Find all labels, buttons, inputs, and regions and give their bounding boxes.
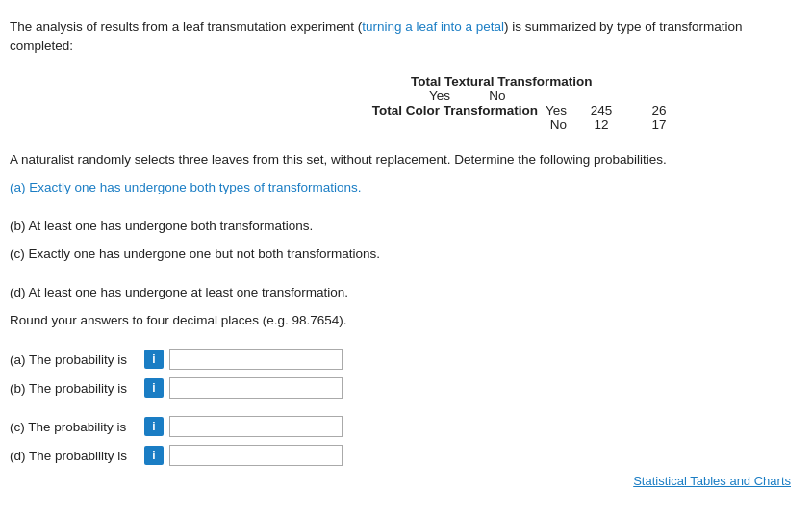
cell-ny: 12 [572,117,630,132]
cell-nn: 17 [630,117,688,132]
footer-link[interactable]: Statistical Tables and Charts [10,474,791,488]
question-d: (d) At least one has undergone at least … [10,282,791,303]
contingency-table-wrapper: Total Textural Transformation Yes No Tot… [10,74,791,132]
col-header: Total Textural Transformation [411,74,593,89]
answer-a-label: (a) The probability is [10,352,144,367]
answer-c-input[interactable] [169,416,343,437]
question-a: (a) Exactly one has undergone both types… [10,177,791,198]
cell-yy: 245 [572,103,630,117]
intro-paragraph: The analysis of results from a leaf tran… [10,17,791,57]
answer-row-b: (b) The probability is i [10,377,791,399]
answer-row-c: (c) The probability is i [10,416,791,437]
info-btn-c[interactable]: i [144,417,164,436]
row-no-label: No [546,117,572,132]
naturalist-text: A naturalist randomly selects three leav… [10,149,791,170]
info-btn-a[interactable]: i [144,350,164,369]
answer-d-input[interactable] [169,445,343,466]
answer-b-input[interactable] [169,377,343,399]
info-btn-b[interactable]: i [144,378,164,398]
question-b: (b) At least one has undergone both tran… [10,216,791,237]
intro-highlight: turning a leaf into a petal [362,19,504,34]
round-instruction: Round your answers to four decimal place… [10,310,791,331]
intro-text-1: The analysis of results from a leaf tran… [10,19,362,34]
answer-row-d: (d) The probability is i [10,445,791,466]
row-header-label: Total Color Transformation [372,103,538,117]
row-yes-label: Yes [546,103,572,117]
col-yes-header: Yes [411,89,469,103]
answer-d-label: (d) The probability is [10,449,144,463]
answer-a-input[interactable] [169,349,343,370]
answer-c-label: (c) The probability is [10,420,144,434]
question-c: (c) Exactly one has undergone one but no… [10,244,791,265]
info-btn-d[interactable]: i [144,446,164,465]
answer-row-a: (a) The probability is i [10,349,791,370]
answer-b-label: (b) The probability is [10,381,144,396]
col-no-header: No [469,89,526,103]
cell-yn: 26 [630,103,688,117]
